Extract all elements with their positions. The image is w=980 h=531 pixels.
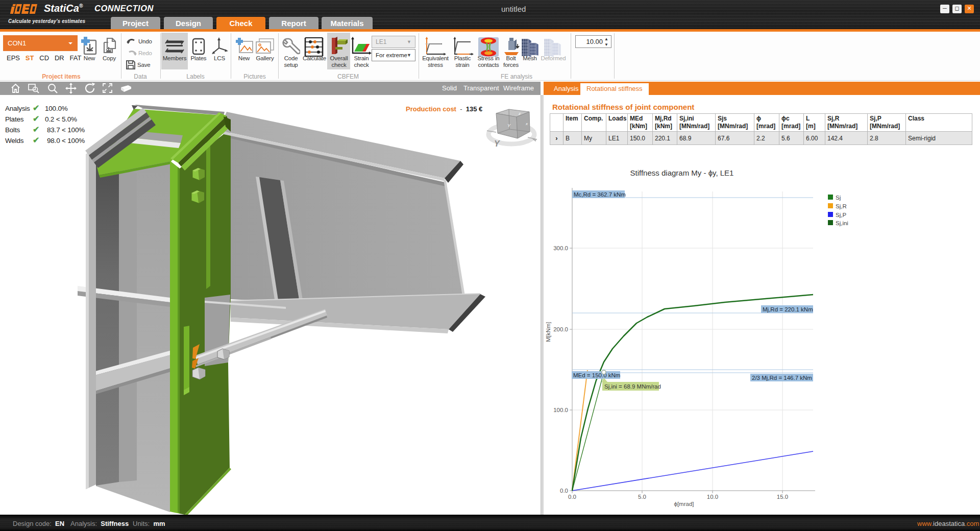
svg-text:Mc,Rd = 362.7 kNm: Mc,Rd = 362.7 kNm: [574, 191, 626, 198]
svg-text:100.0: 100.0: [553, 407, 568, 413]
svg-text:5.0: 5.0: [638, 494, 646, 500]
svg-text:Mj,Rd = 220.1 kNm: Mj,Rd = 220.1 kNm: [763, 306, 813, 312]
svg-text:Sj: Sj: [836, 195, 841, 201]
svg-text:Sj,ini = 68.9 MNm/rad: Sj,ini = 68.9 MNm/rad: [604, 383, 661, 390]
svg-text:2/3 Mj,Rd = 146.7 kNm: 2/3 Mj,Rd = 146.7 kNm: [752, 375, 812, 381]
svg-text:Stiffness diagram My - ϕy, LE1: Stiffness diagram My - ϕy, LE1: [630, 168, 734, 177]
svg-text:M[kNm]: M[kNm]: [545, 322, 551, 342]
svg-text:200.0: 200.0: [553, 326, 568, 332]
svg-text:0.0: 0.0: [560, 488, 568, 494]
svg-text:Sj,ini: Sj,ini: [836, 220, 848, 226]
svg-text:Sj,P: Sj,P: [836, 212, 846, 218]
svg-text:ϕ[mrad]: ϕ[mrad]: [674, 501, 694, 507]
svg-text:300.0: 300.0: [553, 245, 568, 251]
svg-text:Sj,R: Sj,R: [836, 203, 847, 209]
svg-text:10.0: 10.0: [707, 494, 718, 500]
svg-text:0.0: 0.0: [568, 494, 576, 500]
svg-text:MEd = 150.0 kNm: MEd = 150.0 kNm: [573, 372, 620, 378]
svg-text:15.0: 15.0: [777, 494, 788, 500]
